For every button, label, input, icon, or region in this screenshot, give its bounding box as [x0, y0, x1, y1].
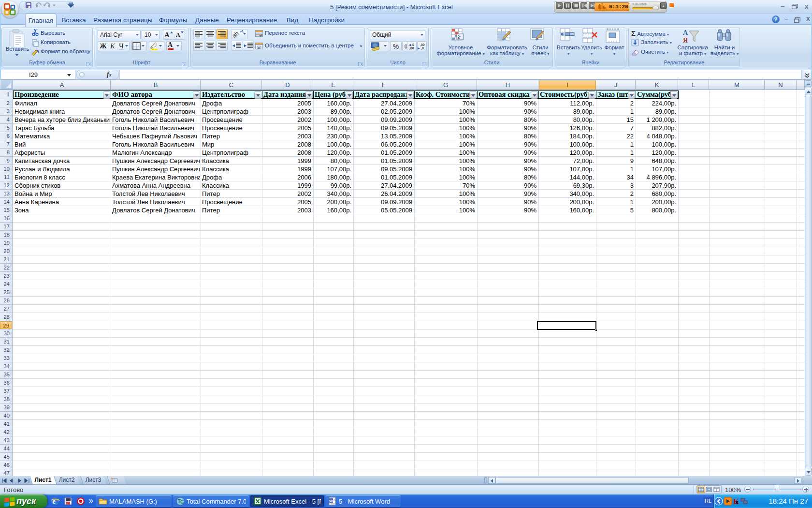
svg-text:C: C: [180, 499, 184, 505]
svg-text:А: А: [683, 29, 688, 36]
svg-text:Я: Я: [683, 37, 688, 44]
svg-text:A: A: [164, 31, 170, 39]
svg-text:,0: ,0: [421, 46, 424, 50]
svg-text:,00: ,00: [409, 46, 414, 50]
svg-text:ab: ab: [232, 30, 240, 38]
svg-text:W: W: [329, 499, 333, 503]
svg-text:≤: ≤: [458, 35, 460, 40]
svg-text:A: A: [176, 31, 180, 38]
svg-text:0:1:20: 0:1:20: [609, 4, 628, 10]
svg-text:a: a: [258, 46, 260, 49]
